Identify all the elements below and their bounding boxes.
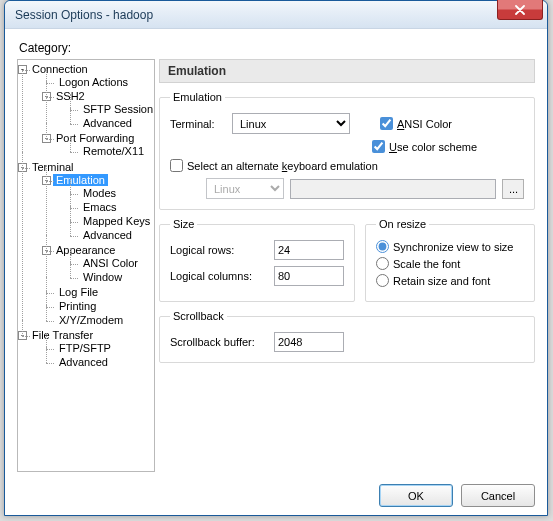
terminal-combo[interactable]: Linux bbox=[232, 113, 350, 134]
tree-advanced[interactable]: Advanced bbox=[80, 229, 135, 241]
alt-keyboard-combo: Linux bbox=[206, 178, 284, 199]
expander-icon[interactable]: - bbox=[18, 65, 27, 74]
tree-emulation[interactable]: Emulation bbox=[53, 174, 108, 186]
panel-header: Emulation bbox=[159, 59, 535, 83]
terminal-label: Terminal: bbox=[170, 118, 224, 130]
size-legend: Size bbox=[170, 218, 197, 230]
on-resize-group: On resize Synchronize view to size Scale… bbox=[365, 218, 535, 302]
size-group: Size Logical rows: Logical columns: bbox=[159, 218, 355, 302]
browse-button[interactable]: ... bbox=[502, 179, 524, 199]
ansi-color-input[interactable] bbox=[380, 117, 393, 130]
rows-label: Logical rows: bbox=[170, 244, 266, 256]
tree-terminal[interactable]: Terminal bbox=[29, 161, 77, 173]
expander-icon[interactable]: - bbox=[18, 331, 27, 340]
tree-ftp-sftp[interactable]: FTP/SFTP bbox=[56, 342, 114, 354]
alt-keyboard-input[interactable] bbox=[170, 159, 183, 172]
close-button[interactable] bbox=[497, 0, 543, 20]
ansi-color-checkbox[interactable]: ANSI Color bbox=[380, 117, 452, 130]
alt-keyboard-checkbox[interactable]: Select an alternate keyboard emulation bbox=[170, 159, 378, 172]
category-tree[interactable]: -Connection Logon Actions -SSH2 SFTP Ses… bbox=[17, 59, 155, 472]
tree-window[interactable]: Window bbox=[80, 271, 125, 283]
expander-icon[interactable]: - bbox=[42, 92, 51, 101]
session-options-dialog: Session Options - hadoop Category: -Conn… bbox=[4, 0, 548, 516]
tree-file-transfer[interactable]: File Transfer bbox=[29, 329, 96, 341]
emulation-legend: Emulation bbox=[170, 91, 225, 103]
tree-printing[interactable]: Printing bbox=[56, 300, 99, 312]
tree-connection[interactable]: Connection bbox=[29, 63, 91, 75]
tree-advanced[interactable]: Advanced bbox=[80, 117, 135, 129]
emulation-group: Emulation Terminal: Linux ANSI Color bbox=[159, 91, 535, 210]
ok-button[interactable]: OK bbox=[379, 484, 453, 507]
tree-xyzmodem[interactable]: X/Y/Zmodem bbox=[56, 314, 126, 326]
scrollback-group: Scrollback Scrollback buffer: bbox=[159, 310, 535, 363]
close-icon bbox=[515, 5, 525, 15]
tree-sftp-session[interactable]: SFTP Session bbox=[80, 103, 155, 115]
tree-mapped-keys[interactable]: Mapped Keys bbox=[80, 215, 153, 227]
resize-retain-radio[interactable]: Retain size and font bbox=[376, 274, 524, 287]
expander-icon[interactable]: - bbox=[42, 176, 51, 185]
dialog-footer: OK Cancel bbox=[5, 478, 547, 515]
tree-modes[interactable]: Modes bbox=[80, 187, 119, 199]
expander-icon[interactable]: - bbox=[18, 163, 27, 172]
expander-icon[interactable]: - bbox=[42, 246, 51, 255]
cols-input[interactable] bbox=[274, 266, 344, 286]
cancel-button[interactable]: Cancel bbox=[461, 484, 535, 507]
resize-scale-radio[interactable]: Scale the font bbox=[376, 257, 524, 270]
expander-icon[interactable]: - bbox=[42, 134, 51, 143]
tree-appearance[interactable]: Appearance bbox=[53, 244, 118, 256]
tree-remote-x11[interactable]: Remote/X11 bbox=[80, 145, 147, 157]
rows-input[interactable] bbox=[274, 240, 344, 260]
tree-log-file[interactable]: Log File bbox=[56, 286, 101, 298]
tree-advanced[interactable]: Advanced bbox=[56, 356, 111, 368]
titlebar[interactable]: Session Options - hadoop bbox=[5, 1, 547, 29]
cols-label: Logical columns: bbox=[170, 270, 266, 282]
settings-panel: Emulation Emulation Terminal: Linux ANSI… bbox=[159, 59, 535, 472]
window-title: Session Options - hadoop bbox=[15, 8, 153, 22]
use-color-scheme-input[interactable] bbox=[372, 140, 385, 153]
tree-port-forwarding[interactable]: Port Forwarding bbox=[53, 132, 137, 144]
use-color-scheme-checkbox[interactable]: Use color scheme bbox=[372, 140, 477, 153]
tree-logon-actions[interactable]: Logon Actions bbox=[56, 76, 131, 88]
tree-emacs[interactable]: Emacs bbox=[80, 201, 120, 213]
scrollback-input[interactable] bbox=[274, 332, 344, 352]
resize-sync-radio[interactable]: Synchronize view to size bbox=[376, 240, 524, 253]
alt-keyboard-path bbox=[290, 179, 496, 199]
scrollback-label: Scrollback buffer: bbox=[170, 336, 266, 348]
category-label: Category: bbox=[19, 41, 535, 55]
scrollback-legend: Scrollback bbox=[170, 310, 227, 322]
tree-ansi-color[interactable]: ANSI Color bbox=[80, 257, 141, 269]
on-resize-legend: On resize bbox=[376, 218, 429, 230]
